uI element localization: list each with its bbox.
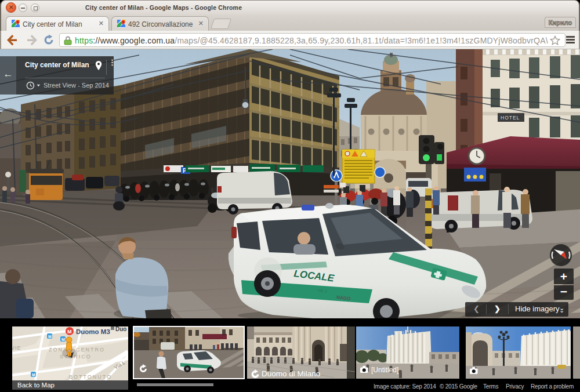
svg-text:BOTTONUTO: BOTTONUTO <box>69 374 112 380</box>
svg-text:VIE: VIE <box>12 345 21 351</box>
svg-text:Duo: Duo <box>115 326 126 332</box>
svg-text:Duomo di Milano: Duomo di Milano <box>262 369 320 378</box>
svg-text:[Untitled]: [Untitled] <box>371 366 398 374</box>
svg-text:M: M <box>61 337 65 342</box>
svg-text:HOTEL: HOTEL <box>501 115 520 121</box>
svg-text:M: M <box>67 329 72 335</box>
svg-text:M: M <box>32 373 35 377</box>
svg-text:Duomo M3: Duomo M3 <box>76 328 110 335</box>
svg-text:M: M <box>48 335 52 339</box>
svg-text:CENTRO: CENTRO <box>76 347 105 353</box>
